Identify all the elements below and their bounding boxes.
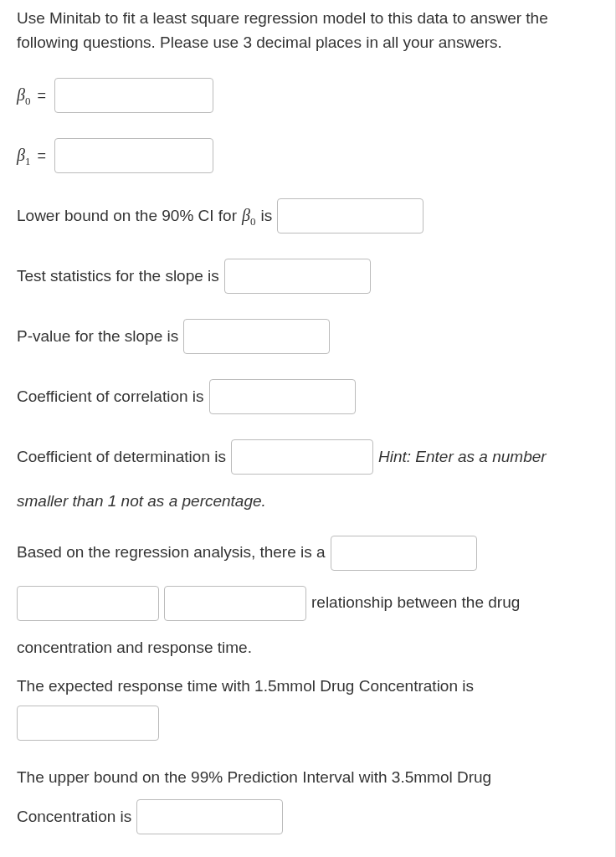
rel-pre: Based on the regression analysis, there … xyxy=(17,541,326,565)
rel-mid: relationship between the drug xyxy=(311,591,520,615)
beta0-symbol: β0= xyxy=(17,82,49,110)
beta0-input[interactable] xyxy=(54,78,213,113)
beta1-input[interactable] xyxy=(54,138,213,173)
beta1-symbol: β1= xyxy=(17,142,49,170)
det-hint: Hint: Enter as a number xyxy=(378,445,547,470)
lowerbound-input[interactable] xyxy=(277,198,424,233)
pvalue-row: P-value for the slope is xyxy=(17,319,598,354)
beta0-row: β0= xyxy=(17,78,598,113)
pvalue-input[interactable] xyxy=(183,319,330,354)
expected-input-row xyxy=(17,706,598,741)
pvalue-label: P-value for the slope is xyxy=(17,325,178,349)
expected-label: The expected response time with 1.5mmol … xyxy=(17,675,474,699)
corr-label: Coefficient of correlation is xyxy=(17,385,204,409)
expected-row: The expected response time with 1.5mmol … xyxy=(17,675,598,699)
rel-row1: Based on the regression analysis, there … xyxy=(17,536,598,571)
upper-pre: The upper bound on the 99% Prediction In… xyxy=(17,766,491,790)
upper-row1: The upper bound on the 99% Prediction In… xyxy=(17,766,598,790)
upper-post: Concentration is xyxy=(17,805,131,829)
det-hint2: smaller than 1 not as a percentage. xyxy=(17,490,266,514)
rel-input2[interactable] xyxy=(17,586,159,621)
corr-row: Coefficient of correlation is xyxy=(17,379,598,414)
det-input[interactable] xyxy=(231,439,373,475)
lowerbound-label-post: is xyxy=(260,204,272,228)
det-hint2-row: smaller than 1 not as a percentage. xyxy=(17,490,598,514)
teststat-label: Test statistics for the slope is xyxy=(17,264,219,289)
det-label: Coefficient of determination is xyxy=(17,445,226,470)
rel-post: concentration and response time. xyxy=(17,636,252,660)
question-form: Use Minitab to fit a least square regres… xyxy=(0,0,616,857)
teststat-row: Test statistics for the slope is xyxy=(17,259,598,294)
rel-row2: relationship between the drug xyxy=(17,586,598,621)
expected-input[interactable] xyxy=(17,706,159,741)
upper-row2: Concentration is xyxy=(17,799,598,834)
intro-text: Use Minitab to fit a least square regres… xyxy=(17,7,598,54)
rel-row3: concentration and response time. xyxy=(17,636,598,660)
beta1-row: β1= xyxy=(17,138,598,173)
teststat-input[interactable] xyxy=(224,259,371,294)
rel-input3[interactable] xyxy=(164,586,306,621)
lowerbound-row: Lower bound on the 90% CI for β0 is xyxy=(17,198,598,233)
det-row: Coefficient of determination is Hint: En… xyxy=(17,439,598,475)
upper-input[interactable] xyxy=(136,799,283,834)
rel-input1[interactable] xyxy=(331,536,477,571)
lowerbound-label-pre: Lower bound on the 90% CI for xyxy=(17,204,237,228)
lowerbound-beta0: β0 xyxy=(242,203,255,230)
corr-input[interactable] xyxy=(209,379,356,414)
